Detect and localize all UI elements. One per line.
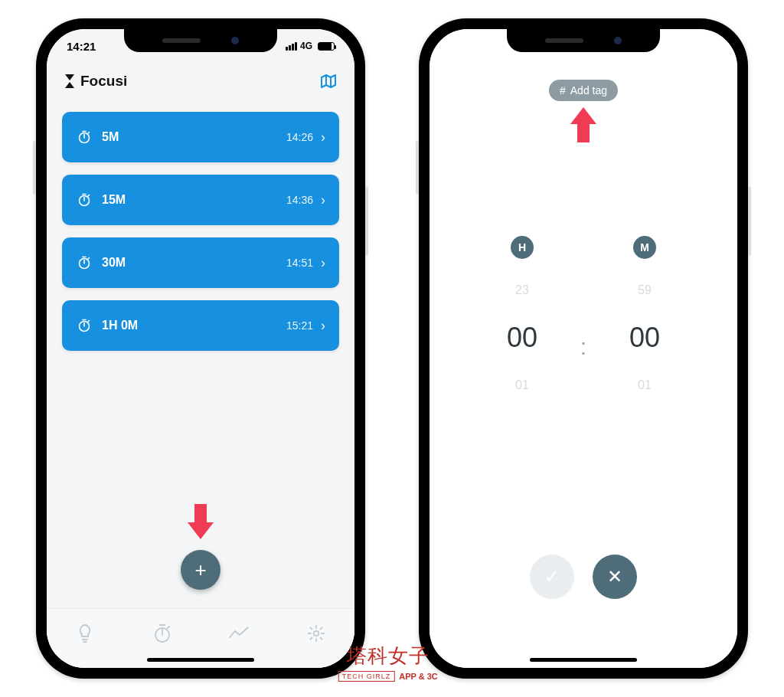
- svg-point-5: [314, 630, 318, 635]
- phone-left: 14:21 4G Focusi 5M: [36, 18, 365, 679]
- map-icon[interactable]: [321, 74, 336, 88]
- timer-label: 15M: [102, 193, 286, 207]
- timers-list: 5M 14:26 › 15M 14:36 › 30M 14:51 ›: [62, 112, 339, 351]
- status-net: 4G: [300, 41, 312, 51]
- timer-label: 30M: [102, 256, 286, 270]
- hourglass-icon: [65, 74, 74, 88]
- hours-current: 00: [507, 322, 537, 354]
- home-indicator: [530, 658, 637, 662]
- add-timer-button[interactable]: +: [181, 550, 220, 590]
- minutes-current: 00: [629, 322, 660, 354]
- timer-label: 1H 0M: [102, 319, 286, 332]
- timer-card-5m[interactable]: 5M 14:26 ›: [62, 112, 339, 162]
- hours-prev: 23: [515, 283, 529, 297]
- battery-icon: [318, 42, 335, 51]
- check-icon: ✓: [544, 566, 560, 587]
- minutes-unit-badge: M: [633, 236, 656, 259]
- stopwatch-icon: [77, 193, 91, 207]
- stopwatch-icon: [77, 256, 91, 270]
- chevron-right-icon: ›: [321, 192, 325, 208]
- tab-ideas[interactable]: [75, 623, 95, 643]
- stopwatch-icon: [77, 319, 91, 332]
- time-colon: :: [580, 334, 586, 360]
- cancel-button[interactable]: ✕: [593, 555, 637, 599]
- notch: [507, 29, 660, 52]
- action-row: ✓ ✕: [430, 555, 737, 599]
- hours-column[interactable]: H 23 00 01: [495, 236, 549, 392]
- timer-card-15m[interactable]: 15M 14:36 ›: [62, 175, 339, 225]
- header: Focusi: [47, 66, 354, 97]
- close-icon: ✕: [607, 566, 622, 587]
- tab-settings[interactable]: [306, 623, 326, 643]
- pointer-arrow-down: [188, 504, 214, 542]
- tab-stats[interactable]: [229, 623, 249, 643]
- status-right: 4G: [286, 41, 335, 51]
- add-tag-chip[interactable]: # Add tag: [549, 80, 618, 101]
- timers-screen: 14:21 4G Focusi 5M: [47, 29, 354, 668]
- time-picker[interactable]: H 23 00 01 M 59 00 01: [430, 236, 737, 392]
- minutes-prev: 59: [638, 283, 652, 297]
- phone-right: # Add tag H 23 00 01 M 59 00 01: [419, 18, 748, 679]
- screen-right: # Add tag H 23 00 01 M 59 00 01: [430, 29, 737, 668]
- chevron-right-icon: ›: [321, 318, 325, 334]
- hours-unit-badge: H: [511, 236, 534, 259]
- chevron-right-icon: ›: [321, 255, 325, 271]
- signal-icon: [286, 42, 297, 51]
- watermark-box: TECH GIRLZ: [338, 671, 395, 682]
- new-timer-screen: # Add tag H 23 00 01 M 59 00 01: [430, 29, 737, 668]
- home-indicator: [147, 658, 254, 662]
- timer-card-1h[interactable]: 1H 0M 15:21 ›: [62, 300, 339, 351]
- chevron-right-icon: ›: [321, 129, 325, 146]
- watermark-en: APP & 3C: [399, 672, 438, 681]
- watermark-cn: 塔科女子: [338, 643, 438, 669]
- stopwatch-icon: [77, 130, 91, 144]
- confirm-button[interactable]: ✓: [530, 555, 574, 599]
- page-title: Focusi: [65, 73, 127, 90]
- timer-label: 5M: [102, 130, 286, 144]
- notch: [124, 29, 277, 52]
- app-title: Focusi: [80, 73, 127, 90]
- minutes-next: 01: [638, 378, 652, 392]
- minutes-column[interactable]: M 59 00 01: [618, 236, 671, 392]
- status-time: 14:21: [67, 40, 96, 53]
- timer-card-30m[interactable]: 30M 14:51 ›: [62, 237, 339, 288]
- hours-next: 01: [515, 378, 529, 392]
- hash-icon: #: [560, 84, 566, 97]
- tab-timer[interactable]: [152, 623, 172, 643]
- timer-end: 14:51: [286, 257, 313, 269]
- timer-end: 14:36: [286, 194, 313, 206]
- plus-icon: +: [194, 558, 206, 582]
- watermark: 塔科女子 TECH GIRLZ APP & 3C: [338, 643, 438, 682]
- screen-left: 14:21 4G Focusi 5M: [47, 29, 354, 668]
- pointer-arrow-up: [570, 107, 596, 146]
- tag-label: Add tag: [570, 84, 607, 97]
- timer-end: 15:21: [286, 319, 313, 332]
- timer-end: 14:26: [286, 131, 313, 143]
